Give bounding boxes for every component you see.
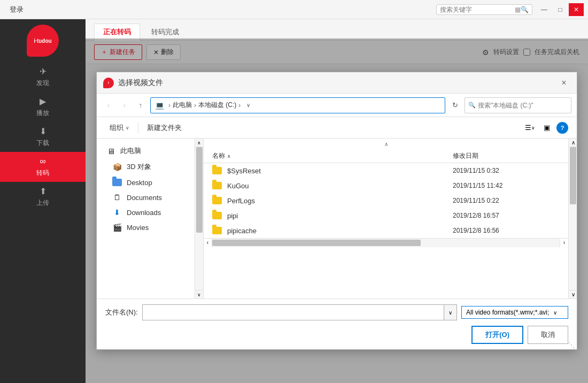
tab-converting-label: 正在转码 [103,28,131,36]
resize-handle[interactable] [568,341,575,347]
file-item-3[interactable]: pipi 2019/12/8 16:57 [204,208,568,223]
view-chevron-icon: ∨ [531,125,535,131]
vscroll-thumb[interactable] [570,147,576,204]
dialog-title: 选择视频文件 [118,78,558,88]
tab-done[interactable]: 转码完成 [142,24,188,40]
file-list-panel: ∧ 名称 ∧ 修改日期 [204,139,568,298]
filename-input[interactable] [143,307,444,319]
sidebar-item-convert[interactable]: ∞ 转码 [0,152,86,182]
restore-button[interactable]: □ [553,3,568,16]
minimize-button[interactable]: — [537,3,552,16]
horizontal-scrollbar: ‹ › [204,238,568,247]
filename-label: 文件名(N): [105,308,138,317]
addr-search-input[interactable] [478,102,568,109]
sidebar-item-discover-label: 发现 [36,79,49,88]
hscroll-left-button[interactable]: ‹ [204,239,212,247]
cancel-button[interactable]: 取消 [528,326,568,344]
vscroll-up-button[interactable]: ∧ [569,139,577,147]
list-view-icon: ☰ [525,124,531,132]
file-item-2[interactable]: PerfLogs 2019/11/15 0:22 [204,193,568,208]
path-item-computer[interactable]: 此电脑 [173,101,192,110]
path-sep-2: › [194,102,196,109]
dialog-body: ∧ ∨ 🖥 此电脑 [97,139,577,298]
vscroll-track [569,147,577,290]
folder-icon-3 [212,211,223,220]
sidebar: i·tudou ✈ 发现 ▶ 播放 ⬇ 下载 ∞ 转码 ⬆ 上传 [0,19,86,383]
file-date-2: 2019/11/15 0:22 [453,197,560,204]
file-item-0[interactable]: $SysReset 2019/11/15 0:32 [204,163,568,178]
file-item-1[interactable]: KuGou 2019/11/15 11:42 [204,178,568,193]
col-date-header[interactable]: 修改日期 [453,151,560,160]
left-item-3d-label: 3D 对象 [127,162,151,172]
new-folder-button[interactable]: 新建文件夹 [143,121,186,135]
organize-button[interactable]: 组织 ∨ [105,121,134,135]
left-item-downloads-label: Downloads [127,209,161,217]
login-label[interactable]: 登录 [10,5,24,14]
address-search[interactable]: 🔍 [465,97,571,113]
file-name-2: PerfLogs [227,197,453,205]
discover-icon: ✈ [40,66,47,76]
left-scroll-down-button[interactable]: ∨ [195,290,204,298]
file-dialog: i 选择视频文件 × ‹ › ↑ 💻 › 此电脑 › 本地磁盘 (C:) [96,72,577,350]
file-date-0: 2019/11/15 0:32 [453,167,560,174]
left-item-desktop-label: Desktop [127,179,152,187]
vertical-scrollbar: ∧ ∨ [568,139,577,298]
filetype-select[interactable]: All video formats(*.wmv;*.avi; ∨ [461,306,568,319]
vscroll-down-button[interactable]: ∨ [569,290,577,298]
filename-input-wrap[interactable]: ∨ [142,304,457,320]
file-name-1: KuGou [227,182,453,190]
search-stats-icon: ▦ [515,6,521,13]
search-input[interactable] [440,6,515,13]
refresh-button[interactable]: ↻ [448,99,461,112]
computer-icon: 🖥 [105,147,116,155]
folder-icon-4 [212,226,223,235]
close-button[interactable]: ✕ [569,3,584,16]
main-content: 正在转码 转码完成 ＋ 新建任务 ✕ 删除 ⚙ 转码设置 任务完成后关机 [86,19,588,383]
open-button[interactable]: 打开(O) [471,326,523,344]
left-item-movies[interactable]: 🎬 Movies [97,220,203,235]
sidebar-item-upload[interactable]: ⬆ 上传 [0,182,86,212]
folder-icon-0 [212,166,223,175]
dialog-toolbar2: 组织 ∨ 新建文件夹 ☰ ∨ ▣ [97,117,577,139]
dialog-overlay: i 选择视频文件 × ‹ › ↑ 💻 › 此电脑 › 本地磁盘 (C:) [86,39,588,383]
left-item-3d[interactable]: 📦 3D 对象 [97,159,203,175]
left-item-computer[interactable]: 🖥 此电脑 [97,143,203,159]
sidebar-item-download[interactable]: ⬇ 下载 [0,122,86,152]
back-button[interactable]: ‹ [102,99,115,112]
sidebar-item-play[interactable]: ▶ 播放 [0,92,86,122]
file-scroll-up-indicator[interactable]: ∧ [204,139,568,149]
tab-bar: 正在转码 转码完成 [86,19,588,41]
view-panel-button[interactable]: ▣ [539,120,554,135]
downloads-folder-icon: ⬇ [112,208,122,217]
view-list-button[interactable]: ☰ ∨ [522,120,537,135]
help-button[interactable]: ? [556,122,568,134]
convert-icon: ∞ [40,157,45,166]
logo-text: i·tudou [34,38,51,44]
dialog-bottom: 文件名(N): ∨ All video formats(*.wmv;*.avi;… [97,298,577,349]
sidebar-item-discover[interactable]: ✈ 发现 [0,62,86,92]
title-bar-left: 登录 [4,5,436,14]
filename-dropdown-button[interactable]: ∨ [444,305,457,320]
path-dropdown-button[interactable]: ∨ [243,98,253,113]
dialog-titlebar: i 选择视频文件 × [97,72,577,94]
dialog-close-button[interactable]: × [558,76,570,89]
hscroll-right-button[interactable]: › [560,239,568,247]
title-search-box[interactable]: ▦ 🔍 [436,4,532,15]
file-item-4[interactable]: pipicache 2019/12/8 16:56 [204,223,568,238]
logo: i·tudou [21,25,64,57]
tab-done-label: 转码完成 [151,28,179,36]
folder-icon-1 [212,181,223,190]
organize-label: 组织 [110,123,123,133]
left-item-downloads[interactable]: ⬇ Downloads [97,205,203,220]
left-scroll-up-button[interactable]: ∧ [195,139,204,147]
sidebar-item-convert-label: 转码 [36,168,49,178]
file-name-4: pipicache [227,227,453,235]
path-item-disk[interactable]: 本地磁盘 (C:) [198,101,236,110]
col-name-header[interactable]: 名称 ∧ [212,151,453,160]
address-path[interactable]: 💻 › 此电脑 › 本地磁盘 (C:) › ∨ [150,97,445,113]
left-item-desktop[interactable]: Desktop [97,175,203,190]
forward-button[interactable]: › [118,99,131,112]
up-button[interactable]: ↑ [134,99,147,112]
hscroll-thumb[interactable] [212,240,421,246]
left-item-documents[interactable]: 🗒 Documents [97,190,203,205]
